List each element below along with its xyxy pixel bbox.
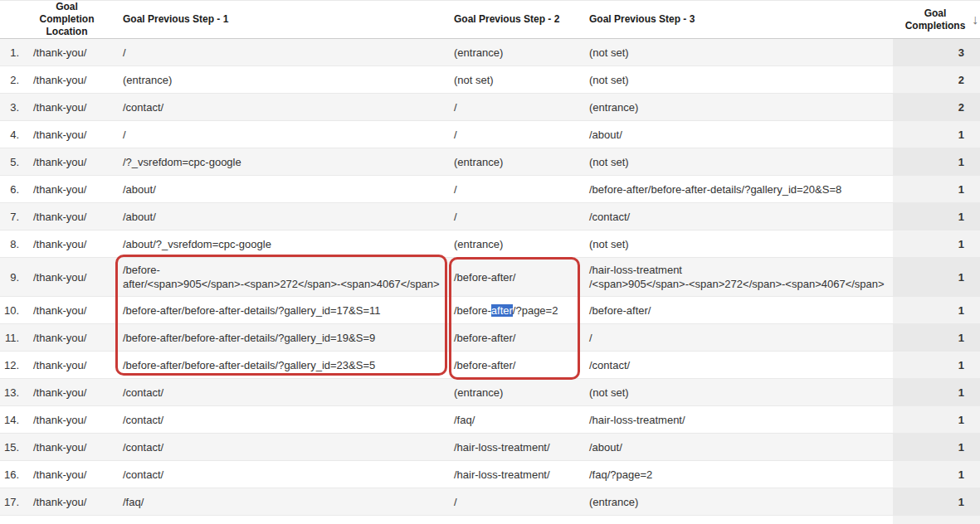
cell-goal-previous-step-1: /before-after/before-after-details/?gall… [117,324,448,352]
table-row: 4./thank-you////about/1 [0,121,980,148]
cell-goal-previous-step-1: /about/ [117,203,448,230]
table-row: 9./thank-you//before- after/<span>905</s… [0,258,980,297]
table-row: 1./thank-you//(entrance)(not set)3 [0,39,980,66]
row-index: 14. [0,406,25,434]
cell-goal-previous-step-2: /hair-loss-treatment/ [448,461,583,488]
cell-goal-previous-step-2: (entrance) [448,148,583,176]
cell-goal-previous-step-1: /contact/ [117,379,448,406]
cell-goal-previous-step-1: / [117,121,448,148]
cell-goal-previous-step-2: / [448,94,583,121]
column-header-goal-previous-step-1[interactable]: Goal Previous Step - 1 [117,1,448,39]
cell-goal-previous-step-3: (not set) [583,66,893,94]
cell-goal-completions: 1 [893,324,980,352]
table-header: Goal Completion Location Goal Previous S… [0,1,980,39]
row-index: 4. [0,121,25,148]
cell-goal-completion-location: /thank-you/ [25,66,117,94]
cell-goal-previous-step-1: /?_vsrefdom=cpc-google [117,148,448,176]
row-index: 18. [0,516,25,524]
cell-goal-previous-step-3: (not set) [583,230,893,258]
table-row: 16./thank-you//contact//hair-loss-treatm… [0,461,980,488]
table-row: 11./thank-you//before-after/before-after… [0,324,980,352]
goal-completions-table: Goal Completion Location Goal Previous S… [0,0,980,524]
cell-goal-completion-location: /thank-you/ [25,297,117,324]
row-index: 3. [0,94,25,121]
cell-goal-previous-step-2: /hair-loss-treatment/ [448,434,583,461]
cell-goal-completions: 1 [893,352,980,379]
cell-goal-previous-step-1: / [117,39,448,66]
column-header-goal-previous-step-3[interactable]: Goal Previous Step - 3 [583,1,893,39]
cell-goal-previous-step-3: /faq/?page=2 [583,461,893,488]
row-index: 12. [0,352,25,379]
table-row: 12./thank-you//before-after/before-after… [0,352,980,379]
row-index: 2. [0,66,25,94]
sort-descending-icon[interactable]: ↓ [972,13,978,27]
table-row: 15./thank-you//contact//hair-loss-treatm… [0,434,980,461]
cell-goal-previous-step-1: /about/?_vsrefdom=cpc-google [117,230,448,258]
selection-suffix-text: /?page=2 [513,304,558,317]
selection-prefix-text: /before- [454,304,491,317]
cell-goal-completion-location: /thank-you/ [25,516,117,524]
cell-goal-previous-step-1: /contact/ [117,94,448,121]
row-index: 15. [0,434,25,461]
selected-text: after [491,304,513,317]
cell-goal-previous-step-3: /before-after/before-after-details/?gall… [583,176,893,203]
table-row: 14./thank-you//contact//faq//hair-loss-t… [0,406,980,434]
cell-goal-completions: 3 [893,39,980,66]
cell-goal-completions: 1 [893,488,980,516]
cell-goal-completions: 2 [893,66,980,94]
cell-goal-previous-step-2: / [448,516,583,524]
cell-goal-previous-step-1: /contact/ [117,461,448,488]
goal-completions-header-label[interactable]: Goal Completions [903,7,968,32]
cell-goal-previous-step-1: /contact/ [117,406,448,434]
row-index: 5. [0,148,25,176]
cell-goal-previous-step-3: (not set) [583,148,893,176]
table-row: 17./thank-you//faq//(entrance)1 [0,488,980,516]
cell-goal-completion-location: /thank-you/ [25,39,117,66]
column-header-goal-completions[interactable]: Goal Completions ↓ [893,1,980,39]
cell-goal-completion-location: /thank-you/ [25,352,117,379]
cell-goal-previous-step-1: /before-after/before-after-details/?gall… [117,297,448,324]
row-index: 9. [0,258,25,297]
row-index: 6. [0,176,25,203]
cell-goal-previous-step-1: /faq/ [117,488,448,516]
cell-goal-previous-step-3: /contact/ [583,203,893,230]
table-row: 3./thank-you//contact//(entrance)2 [0,94,980,121]
column-header-goal-completion-location[interactable]: Goal Completion Location [25,1,117,39]
cell-goal-completions: 1 [893,434,980,461]
row-index: 11. [0,324,25,352]
cell-goal-completion-location: /thank-you/ [25,94,117,121]
cell-goal-previous-step-1: /before- after/<span>905</span>-<span>27… [117,258,448,297]
cell-goal-completion-location: /thank-you/ [25,121,117,148]
cell-goal-previous-step-3: /contact/ [583,352,893,379]
cell-goal-previous-step-3: /hair-loss-treatment/ [583,516,893,524]
table-row: 10./thank-you//before-after/before-after… [0,297,980,324]
cell-goal-completions: 1 [893,203,980,230]
cell-goal-completions: 1 [893,148,980,176]
cell-goal-previous-step-1: /about/ [117,176,448,203]
cell-goal-previous-step-1: /faq/ [117,516,448,524]
cell-goal-previous-step-2: / [448,203,583,230]
cell-goal-previous-step-3: (not set) [583,39,893,66]
row-index: 13. [0,379,25,406]
cell-goal-completions: 1 [893,258,980,297]
cell-goal-previous-step-3: /about/ [583,121,893,148]
cell-goal-previous-step-3: /hair-loss-treatment/ [583,406,893,434]
column-header-goal-previous-step-2[interactable]: Goal Previous Step - 2 [448,1,583,39]
cell-goal-completion-location: /thank-you/ [25,203,117,230]
table-row: 7./thank-you//about///contact/1 [0,203,980,230]
table-row: 2./thank-you/(entrance)(not set)(not set… [0,66,980,94]
cell-goal-completion-location: /thank-you/ [25,406,117,434]
row-index: 1. [0,39,25,66]
table-row: 8./thank-you//about/?_vsrefdom=cpc-googl… [0,230,980,258]
cell-goal-previous-step-2: (not set) [448,66,583,94]
table-row: 18./thank-you//faq///hair-loss-treatment… [0,516,980,524]
cell-goal-previous-step-2: /before-after/ [448,352,583,379]
cell-goal-completions: 1 [893,379,980,406]
row-index: 7. [0,203,25,230]
cell-goal-previous-step-2: /before-after/?page=2 [448,297,583,324]
cell-goal-previous-step-3: (entrance) [583,94,893,121]
cell-goal-completion-location: /thank-you/ [25,461,117,488]
cell-goal-previous-step-3: (not set) [583,379,893,406]
cell-goal-previous-step-2: (entrance) [448,379,583,406]
cell-goal-completions: 2 [893,94,980,121]
